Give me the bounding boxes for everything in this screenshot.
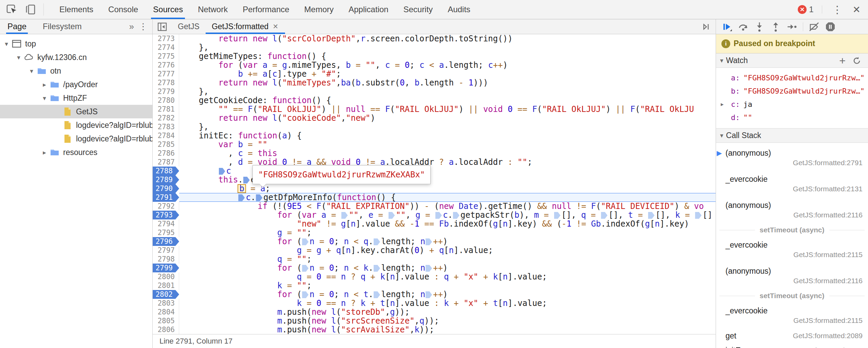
watch-expression-b[interactable]: b:"FGH8SO9zGaWtwuld2jrurRzw…" <box>716 84 868 98</box>
more-options-icon[interactable]: ⋮ <box>830 4 845 16</box>
code-line[interactable]: return new l("scrColorDepth",r.screen.co… <box>179 34 716 43</box>
inline-breakpoint-icon[interactable] <box>601 212 607 219</box>
step-icon[interactable] <box>785 20 799 33</box>
inline-breakpoint-icon[interactable] <box>426 291 432 298</box>
code-line[interactable]: for (n = 0; n < k.length; n++) <box>179 264 716 272</box>
line-number[interactable]: 2792 <box>153 202 179 211</box>
top-tab-console[interactable]: Console <box>106 0 140 19</box>
top-tab-audits[interactable]: Audits <box>446 0 472 19</box>
line-number[interactable]: 2782 <box>153 114 179 122</box>
code-line[interactable]: for (n = 0; n < q.length; n++) <box>179 237 716 246</box>
inline-breakpoint-icon[interactable] <box>426 238 432 245</box>
code-line[interactable]: q = ""; <box>179 255 716 264</box>
chevron-down-icon[interactable]: ▾ <box>14 54 23 61</box>
call-stack-frame[interactable]: ▶(anonymous)GetJS:formatted:2791 <box>716 145 868 171</box>
chevron-down-icon[interactable]: ▾ <box>40 94 49 102</box>
chevron-right-icon[interactable]: ▸ <box>721 101 724 108</box>
line-number[interactable]: 2794 <box>153 219 179 228</box>
line-number[interactable]: 2780 <box>153 96 179 105</box>
tree-item-httpzf[interactable]: ▾HttpZF <box>0 91 152 105</box>
inline-breakpoint-icon[interactable] <box>243 177 250 183</box>
line-number[interactable]: 2803 <box>153 299 179 308</box>
inspect-icon[interactable] <box>5 2 19 17</box>
code-line[interactable]: return new l("cookieCode","new") <box>179 114 716 122</box>
breakpoint-gutter[interactable]: 2799 <box>153 264 179 272</box>
tree-item-logdevice-algid-rblubbxd[interactable]: logdevice?algID=rblubbXD <box>0 118 152 132</box>
inline-breakpoint-icon[interactable] <box>238 194 245 201</box>
tree-item-otn[interactable]: ▾otn <box>0 64 152 78</box>
line-number[interactable]: 2779 <box>153 87 179 96</box>
inline-breakpoint-icon[interactable] <box>648 212 655 219</box>
chevron-right-icon[interactable]: ▸ <box>40 81 49 89</box>
close-tab-icon[interactable]: ✕ <box>272 22 279 31</box>
line-number[interactable]: 2804 <box>153 308 179 316</box>
editor-tab-getjs[interactable]: GetJS <box>172 20 206 34</box>
device-toolbar-icon[interactable] <box>24 2 38 17</box>
code-line[interactable]: var b = "" <box>179 140 716 149</box>
line-number[interactable]: 2778 <box>153 78 179 87</box>
watch-expression-c[interactable]: ▸c:ja <box>716 98 868 111</box>
refresh-icon[interactable] <box>852 56 861 65</box>
line-number[interactable]: 2795 <box>153 228 179 237</box>
line-number[interactable]: 2806 <box>153 325 179 334</box>
call-stack-section-header[interactable]: ▾ Call Stack <box>716 128 868 143</box>
code-area[interactable]: 2773 return new l("scrColorDepth",r.scre… <box>153 34 716 334</box>
breakpoint-gutter[interactable]: 2802 <box>153 290 179 299</box>
navigator-menu-icon[interactable]: ⋮ <box>134 19 152 34</box>
code-line[interactable]: "" == F("RAIL_OkLJUJ") || null == F("RAI… <box>179 105 716 114</box>
call-stack-frame[interactable]: _evercookieGetJS:formatted:2115 <box>716 237 868 263</box>
step-out-icon[interactable] <box>768 20 783 33</box>
watch-expression-a[interactable]: a:"FGH8SO9zGaWtwuld2jrurRzw…" <box>716 71 868 84</box>
line-number[interactable]: 2777 <box>153 70 179 78</box>
breakpoint-gutter[interactable]: 2788 <box>153 167 179 175</box>
inline-breakpoint-icon[interactable] <box>426 265 432 272</box>
inline-breakpoint-icon[interactable] <box>219 168 225 175</box>
hovered-variable[interactable]: b <box>238 184 246 193</box>
watch-section-header[interactable]: ▾ Watch + <box>716 53 868 68</box>
line-number[interactable]: 2783 <box>153 122 179 131</box>
inline-breakpoint-icon[interactable] <box>256 194 262 201</box>
code-line[interactable]: for (var a = "", e = "", g = c.getpackSt… <box>179 211 716 219</box>
line-number[interactable]: 2800 <box>153 272 179 281</box>
inline-breakpoint-icon[interactable] <box>453 212 459 219</box>
watch-expression-d[interactable]: d:"" <box>716 111 868 124</box>
call-stack-frame[interactable]: _evercookieGetJS:formatted:2131 <box>716 171 868 197</box>
deactivate-breakpoints-icon[interactable] <box>807 20 822 33</box>
show-debugger-sidebar-icon[interactable] <box>697 19 716 34</box>
top-tab-application[interactable]: Application <box>346 0 390 19</box>
inline-breakpoint-icon[interactable] <box>389 212 395 219</box>
breakpoint-gutter[interactable]: 2789 <box>153 175 179 184</box>
inline-breakpoint-icon[interactable] <box>695 212 701 219</box>
inline-breakpoint-icon[interactable] <box>374 265 380 272</box>
step-into-icon[interactable] <box>752 20 767 33</box>
breakpoint-gutter[interactable]: 2796 <box>153 237 179 246</box>
top-tab-performance[interactable]: Performance <box>241 0 291 19</box>
code-line[interactable]: "new" != g[n].value && -1 == Fb.indexOf(… <box>179 219 716 228</box>
code-line[interactable]: getMimeTypes: function() { <box>179 52 716 61</box>
code-line[interactable]: k = ""; <box>179 281 716 290</box>
call-stack-frame[interactable]: initEcGetJS:formatted:2789 <box>716 343 868 348</box>
code-line[interactable]: m.push(new l("srcScreenSize",q)); <box>179 316 716 325</box>
inline-breakpoint-icon[interactable] <box>435 212 442 219</box>
top-tab-memory[interactable]: Memory <box>302 0 336 19</box>
tree-item--payorder[interactable]: ▸/payOrder <box>0 78 152 91</box>
code-line[interactable]: b += a[c].type + "#"; <box>179 70 716 78</box>
inline-breakpoint-icon[interactable] <box>341 212 348 219</box>
chevron-down-icon[interactable]: ▾ <box>2 40 11 48</box>
code-line[interactable]: }, <box>179 87 716 96</box>
code-line[interactable]: , c = this <box>179 149 716 158</box>
code-line[interactable]: m.push(new l("storeDb",g)); <box>179 308 716 316</box>
code-line[interactable]: return new l("mimeTypes",ba(b.substr(0, … <box>179 78 716 87</box>
tree-item-kyfw-12306-cn[interactable]: ▾kyfw.12306.cn <box>0 51 152 64</box>
call-stack-frame[interactable]: (anonymous)GetJS:formatted:2116 <box>716 263 868 289</box>
breakpoint-gutter[interactable]: 2790 <box>153 184 179 193</box>
top-tab-security[interactable]: Security <box>401 0 435 19</box>
inline-breakpoint-icon[interactable] <box>302 238 308 245</box>
breakpoint-gutter[interactable]: 2791 <box>153 193 179 202</box>
inline-breakpoint-icon[interactable] <box>302 265 308 272</box>
code-line-current[interactable]: c.getDfpMoreInfo(function() { <box>179 193 716 202</box>
breakpoint-gutter[interactable]: 2793 <box>153 211 179 219</box>
pause-on-exceptions-icon[interactable] <box>823 20 838 33</box>
tree-item-logdevice-algid-rblubbxd[interactable]: logdevice?algID=rblubbXD <box>0 132 152 146</box>
line-number[interactable]: 2781 <box>153 105 179 114</box>
